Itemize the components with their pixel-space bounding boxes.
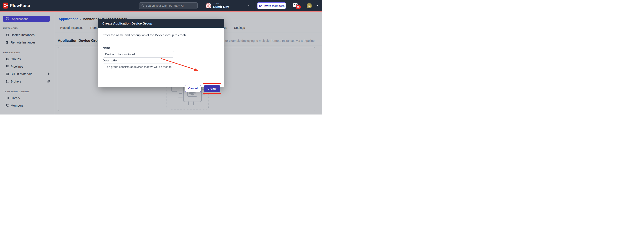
navbar-divider <box>302 0 302 11</box>
person-plus-icon <box>258 4 262 8</box>
team-chevron-down-icon[interactable] <box>248 4 251 8</box>
modal-header: Create Application Device Group <box>98 19 224 28</box>
navbar-divider <box>201 0 201 11</box>
invite-members-button[interactable]: Invite Members <box>257 2 286 9</box>
flowfuse-logo[interactable]: FlowFuse <box>3 3 30 9</box>
modal-title: Create Application Device Group <box>102 22 152 25</box>
user-menu-chevron-down-icon[interactable] <box>315 4 318 8</box>
team-name: Sumit-Dev <box>213 5 229 9</box>
team-label: TEAM: <box>213 2 229 5</box>
invite-members-label: Invite Members <box>264 4 284 8</box>
team-selector[interactable]: TEAM: Sumit-Dev <box>213 2 229 9</box>
navbar-divider <box>254 0 254 11</box>
team-search[interactable] <box>139 2 198 9</box>
create-device-group-modal: Create Application Device Group Enter th… <box>98 19 224 87</box>
team-avatar[interactable] <box>206 4 211 8</box>
create-button[interactable]: Create <box>204 85 220 92</box>
brand-name: FlowFuse <box>10 3 30 8</box>
create-button-highlight-box: Create <box>203 83 221 94</box>
flowfuse-logo-icon <box>3 3 8 9</box>
notifications-button[interactable]: 15 <box>293 3 301 10</box>
notification-count-badge: 15 <box>296 5 301 9</box>
modal-body: Enter the name and description of the De… <box>98 28 224 86</box>
user-avatar[interactable]: su <box>307 4 312 8</box>
top-navbar: FlowFuse TEAM: Sumit-Dev Invite Members … <box>0 0 322 12</box>
search-input[interactable] <box>146 4 196 7</box>
name-field-label: Name <box>103 46 219 50</box>
search-icon <box>141 4 144 7</box>
description-input[interactable] <box>103 64 174 70</box>
cancel-button[interactable]: Cancel <box>185 85 201 92</box>
description-field-label: Description <box>103 59 219 62</box>
modal-intro-text: Enter the name and description of the De… <box>103 34 219 37</box>
name-input[interactable] <box>103 51 174 58</box>
navbar-divider <box>289 0 289 11</box>
